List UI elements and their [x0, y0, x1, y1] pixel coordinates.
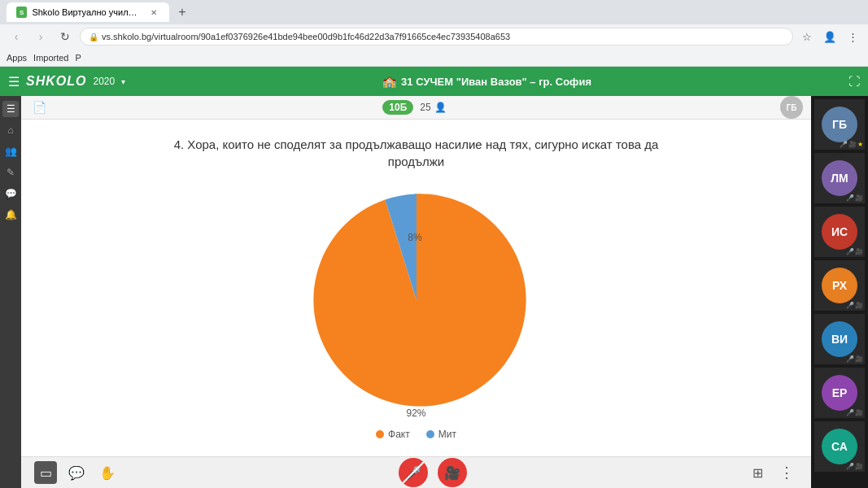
thumb-icons-4: 🎤 🎥	[846, 355, 863, 363]
chat-tool-button[interactable]: 💬	[65, 461, 88, 484]
thumb-icons-1: 🎤 🎥	[846, 194, 863, 202]
mic-off-icon-5: 🎤	[846, 409, 854, 416]
school-name: 31 СУЧЕМ "Иван Вазов" – гр. София	[401, 76, 591, 88]
legend-item-mit: Мит	[426, 429, 456, 440]
star-icon-0: ★	[857, 141, 863, 148]
mic-button[interactable]: 🎤	[399, 458, 428, 487]
sidebar-icon-notes[interactable]: ✎	[2, 164, 19, 181]
participant-avatar-5: ЕР	[822, 375, 857, 411]
thumb-icons-5: 🎤 🎥	[846, 409, 863, 416]
participant-thumb-6[interactable]: СА 🎤 🎥	[814, 421, 865, 472]
legend-dot-fakt	[376, 430, 384, 438]
document-icon[interactable]: 📄	[29, 98, 49, 117]
participant-avatar-4: ВИ	[822, 321, 857, 357]
right-participants-panel: ГБ 🎤 🎥 ★ ЛМ 🎤 🎥 ИС	[811, 96, 868, 488]
bottom-left-tools: ▭ 💬 ✋	[34, 461, 119, 484]
menu-icon[interactable]: ⋮	[844, 28, 861, 46]
participant-thumb-2[interactable]: ИС 🎤 🎥	[814, 207, 865, 257]
participant-initials-1: ЛМ	[831, 172, 848, 185]
thumb-icons-0: 🎤 🎥 ★	[840, 141, 863, 148]
mic-off-icon-2: 🎤	[846, 248, 854, 255]
nav-icons: ☆ 👤 ⋮	[798, 28, 861, 46]
logo-area: ☰ SHKOLO 2020 ▾	[8, 74, 125, 89]
reload-button[interactable]: ↻	[55, 27, 75, 46]
legend-label-fakt: Факт	[388, 429, 410, 440]
participant-initials-4: ВИ	[831, 333, 848, 346]
participant-thumb-0[interactable]: ГБ 🎤 🎥 ★	[814, 99, 865, 150]
mic-off-icon-1: 🎤	[846, 194, 854, 202]
thumb-icons-6: 🎤 🎥	[846, 463, 863, 470]
slide-tool-button[interactable]: ▭	[34, 461, 57, 484]
pie-chart: 8%	[303, 186, 530, 414]
back-button[interactable]: ‹	[7, 27, 26, 46]
mic-off-icon-6: 🎤	[846, 463, 854, 470]
cam-off-icon-4: 🎥	[855, 355, 863, 363]
participant-avatar-0: ГБ	[822, 107, 857, 142]
content-panel: 📄 10Б 25 👤 ГБ 4. Хора, които не споделят…	[21, 96, 811, 488]
address-bar[interactable]: 🔒 vs.shkolo.bg/virtualroom/90a1ef0376926…	[80, 28, 793, 46]
options-avatar[interactable]: ГБ	[780, 96, 803, 119]
sidebar-icon-chat[interactable]: 💬	[2, 185, 19, 202]
mic-off-icon-3: 🎤	[846, 302, 854, 309]
class-badge: 10Б	[382, 100, 413, 115]
tab-close-icon[interactable]: ✕	[149, 7, 159, 18]
legend-dot-mit	[426, 430, 434, 438]
hamburger-icon[interactable]: ☰	[8, 74, 20, 89]
content-toolbar: 📄 10Б 25 👤 ГБ	[21, 96, 811, 120]
percent-92-label: 92%	[406, 407, 425, 419]
sidebar-icon-home[interactable]: ⌂	[2, 122, 19, 138]
cam-off-icon-2: 🎥	[855, 248, 863, 255]
options-initials: ГБ	[787, 103, 797, 112]
sidebar-icon-users[interactable]: 👥	[2, 143, 19, 159]
legend-label-mit: Мит	[438, 429, 456, 440]
left-sidebar: ☰ ⌂ 👥 ✎ 💬 🔔	[0, 96, 21, 488]
participant-thumb-3[interactable]: РХ 🎤 🎥	[814, 260, 865, 311]
cam-off-icon-0: 🎥	[848, 141, 857, 148]
main-area: ☰ ⌂ 👥 ✎ 💬 🔔 📄 10Б 25 👤 ГБ	[0, 96, 868, 488]
participant-initials-2: ИС	[831, 225, 848, 238]
participant-thumb-5[interactable]: ЕР 🎤 🎥	[814, 368, 865, 418]
cam-button[interactable]: 🎥	[438, 458, 467, 487]
student-count: 25	[420, 102, 430, 113]
expand-icon: ⛶	[848, 75, 860, 88]
question-title: 4. Хора, които не споделят за продължава…	[172, 136, 661, 170]
cam-off-icon-3: 🎥	[855, 302, 863, 309]
bookmark-apps[interactable]: Apps	[7, 53, 27, 63]
bottom-center-controls: 🎤 🎥	[399, 458, 467, 487]
active-tab[interactable]: S Shkolo Виртуално училище ✕	[7, 2, 169, 22]
tab-title: Shkolo Виртуално училище	[32, 7, 140, 17]
participant-thumb-1[interactable]: ЛМ 🎤 🎥	[814, 153, 865, 203]
tab-favicon: S	[16, 7, 27, 18]
cam-off-icon-6: 🎥	[855, 463, 863, 470]
bottom-right-controls: ⊞ ⋮	[746, 461, 798, 484]
star-icon[interactable]: ☆	[798, 28, 816, 46]
new-tab-button[interactable]: +	[172, 2, 192, 22]
hand-tool-button[interactable]: ✋	[96, 461, 119, 484]
legend: Факт Мит	[376, 429, 456, 440]
year-dropdown[interactable]: 2020	[93, 76, 115, 87]
forward-button[interactable]: ›	[31, 27, 50, 46]
legend-item-fakt: Факт	[376, 429, 410, 440]
expand-button[interactable]: ⛶	[848, 75, 860, 88]
browser-tab-bar: S Shkolo Виртуално училище ✕ +	[0, 0, 868, 24]
sidebar-icon-alerts[interactable]: 🔔	[2, 207, 19, 223]
participant-avatar-2: ИС	[822, 214, 857, 250]
cam-off-icon-1: 🎥	[855, 194, 863, 202]
thumb-icons-3: 🎤 🎥	[846, 302, 863, 309]
participant-avatar-6: СА	[822, 429, 857, 464]
sidebar-icon-menu[interactable]: ☰	[2, 101, 19, 117]
mic-off-icon-0: 🎤	[840, 141, 848, 148]
orange-slice	[313, 194, 526, 407]
year-chevron-icon[interactable]: ▾	[121, 77, 125, 86]
participant-thumb-4[interactable]: ВИ 🎤 🎥	[814, 314, 865, 364]
profile-icon[interactable]: 👤	[821, 28, 839, 46]
grid-view-button[interactable]: ⊞	[746, 461, 769, 484]
mic-off-icon-4: 🎤	[846, 355, 854, 363]
more-options-button[interactable]: ⋮	[775, 461, 798, 484]
bookmark-imported[interactable]: Imported	[33, 53, 68, 63]
lock-icon: 🔒	[89, 33, 98, 41]
blue-label: 8%	[408, 233, 422, 244]
participant-initials-0: ГБ	[832, 118, 847, 131]
bookmark-p[interactable]: P	[76, 53, 81, 63]
participant-avatar-3: РХ	[822, 268, 857, 303]
